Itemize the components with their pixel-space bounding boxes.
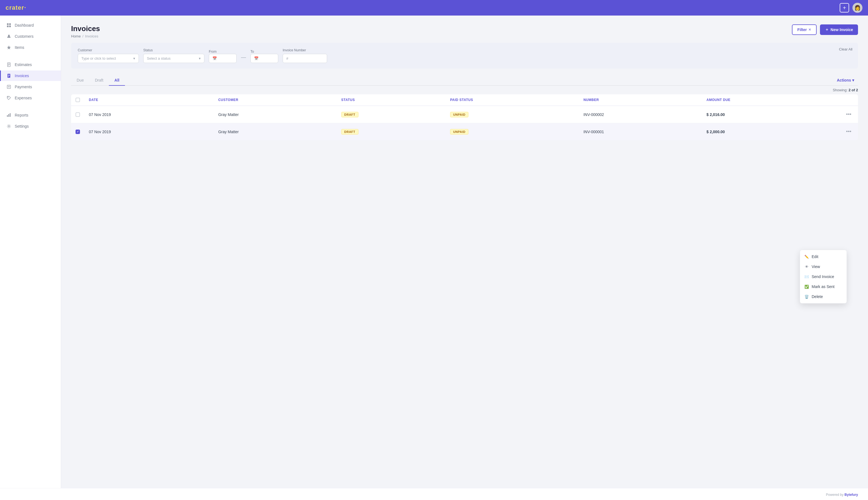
pencil-icon: ✏️ <box>804 254 809 259</box>
sidebar-item-label: Items <box>15 45 24 50</box>
footer: Powered by Bytefury <box>0 488 868 500</box>
sidebar-item-expenses[interactable]: Expenses <box>0 93 61 103</box>
from-field: From 📅 <box>209 49 236 63</box>
table-row: 07 Nov 2019 Gray Matter DRAFT UNPAID INV… <box>71 106 858 123</box>
to-date-input[interactable]: 📅 <box>251 54 278 63</box>
status-cell: DRAFT <box>337 123 446 140</box>
table-container: DATE CUSTOMER STATUS PAID STATUS NUMBER … <box>71 94 858 140</box>
tab-due[interactable]: Due <box>71 75 89 86</box>
actions-label: Actions <box>837 78 851 82</box>
from-label: From <box>209 50 216 54</box>
row-menu-button-2[interactable]: ••• <box>844 128 854 136</box>
tab-all[interactable]: All <box>109 75 125 86</box>
svg-rect-19 <box>8 114 9 117</box>
row-actions-cell: ••• <box>839 123 858 140</box>
tab-draft[interactable]: Draft <box>89 75 109 86</box>
invoices-table: DATE CUSTOMER STATUS PAID STATUS NUMBER … <box>71 94 858 140</box>
paid-status-cell: UNPAID <box>446 123 579 140</box>
svg-rect-0 <box>7 23 9 25</box>
customer-column-header: CUSTOMER <box>214 94 337 106</box>
breadcrumb-home[interactable]: Home <box>71 34 81 38</box>
menu-item-view[interactable]: 👁 View <box>800 262 847 272</box>
new-invoice-label: New Invoice <box>831 27 853 32</box>
sidebar-item-label: Invoices <box>15 73 29 78</box>
status-badge: DRAFT <box>341 129 358 135</box>
customer-cell: Gray Matter <box>214 123 337 140</box>
doc-icon <box>7 62 11 67</box>
star-icon <box>7 45 11 50</box>
actions-button[interactable]: Actions ▾ <box>833 76 858 84</box>
status-badge: DRAFT <box>341 112 358 117</box>
sidebar-item-settings[interactable]: Settings <box>0 121 61 132</box>
menu-item-mark-as-sent[interactable]: ✅ Mark as Sent <box>800 282 847 292</box>
sidebar-item-reports[interactable]: Reports <box>0 110 61 121</box>
menu-send-invoice-label: Send Invoice <box>812 274 834 279</box>
topnav-right: + 👩 <box>840 3 863 13</box>
tabs-actions: Actions ▾ <box>833 76 858 84</box>
invoice-number-input[interactable]: # <box>283 54 327 63</box>
status-placeholder: Select a status <box>147 56 170 60</box>
number-column-header: NUMBER <box>579 94 702 106</box>
top-navigation: crater· + 👩 <box>0 0 868 15</box>
row-context-menu: ✏️ Edit 👁 View ✉️ Send Invoice ✅ Mark as… <box>800 250 847 304</box>
row-checkbox-cell[interactable] <box>71 123 85 140</box>
clear-all-button[interactable]: Clear All <box>839 47 853 51</box>
date-range-filter-field: From 📅 — To 📅 <box>209 49 278 63</box>
menu-edit-label: Edit <box>812 254 818 259</box>
status-filter-input[interactable]: Select a status ▾ <box>143 54 204 63</box>
row-checkbox-2[interactable] <box>76 129 80 134</box>
invoice-number-label: Invoice Number <box>283 48 327 52</box>
svg-rect-2 <box>7 25 9 27</box>
select-all-checkbox[interactable] <box>76 98 80 102</box>
gear-icon <box>7 124 11 129</box>
sidebar-item-label: Dashboard <box>15 23 34 27</box>
sidebar-item-label: Reports <box>15 113 28 117</box>
paid-status-cell: UNPAID <box>446 106 579 123</box>
customer-filter-field: Customer Type or click to select ▾ <box>78 48 139 63</box>
svg-rect-3 <box>9 25 11 27</box>
footer-text: Powered by <box>826 493 845 497</box>
sidebar-item-items[interactable]: Items <box>0 42 61 53</box>
sidebar-item-dashboard[interactable]: Dashboard <box>0 20 61 31</box>
trash-icon: 🗑️ <box>804 294 809 299</box>
to-field: To 📅 <box>251 49 278 63</box>
sidebar-item-payments[interactable]: Payments <box>0 82 61 92</box>
row-checkbox-cell[interactable] <box>71 106 85 123</box>
menu-item-edit[interactable]: ✏️ Edit <box>800 252 847 262</box>
app-logo: crater· <box>5 4 26 11</box>
sidebar-item-customers[interactable]: Customers <box>0 31 61 42</box>
row-checkbox-1[interactable] <box>76 112 80 117</box>
sidebar-item-invoices[interactable]: Invoices <box>0 70 61 81</box>
showing-count: Showing: 2 of 2 <box>71 88 858 92</box>
select-all-header[interactable] <box>71 94 85 106</box>
date-cell: 07 Nov 2019 <box>85 123 214 140</box>
row-menu-button-1[interactable]: ••• <box>844 111 854 118</box>
menu-item-delete[interactable]: 🗑️ Delete <box>800 292 847 302</box>
check-circle-icon: ✅ <box>804 284 809 289</box>
date-range-separator: — <box>241 54 246 63</box>
sidebar-item-estimates[interactable]: Estimates <box>0 59 61 70</box>
bar-chart-icon <box>7 113 11 118</box>
app-layout: Dashboard Customers Items Estimates Inv <box>0 15 868 488</box>
amount-due-column-header: AMOUNT DUE <box>702 94 839 106</box>
filter-bar: Customer Type or click to select ▾ Statu… <box>71 43 858 69</box>
avatar[interactable]: 👩 <box>853 3 863 13</box>
plus-icon: ＋ <box>825 27 829 32</box>
footer-brand: Bytefury <box>844 493 858 497</box>
filter-button[interactable]: Filter × <box>792 24 817 35</box>
chevron-down-icon: ▾ <box>133 56 135 60</box>
table-header: DATE CUSTOMER STATUS PAID STATUS NUMBER … <box>71 94 858 106</box>
svg-rect-14 <box>7 85 11 89</box>
new-invoice-button[interactable]: ＋ New Invoice <box>820 24 858 35</box>
sidebar-item-label: Estimates <box>15 62 32 67</box>
menu-delete-label: Delete <box>812 294 823 299</box>
customer-filter-input[interactable]: Type or click to select ▾ <box>78 54 139 63</box>
add-button[interactable]: + <box>840 3 849 12</box>
menu-item-send-invoice[interactable]: ✉️ Send Invoice <box>800 272 847 282</box>
date-column-header: DATE <box>85 94 214 106</box>
svg-point-21 <box>8 126 10 127</box>
from-date-input[interactable]: 📅 <box>209 54 236 63</box>
table-row: 07 Nov 2019 Gray Matter DRAFT UNPAID INV… <box>71 123 858 140</box>
paid-status-badge: UNPAID <box>450 112 468 117</box>
actions-column-header <box>839 94 858 106</box>
